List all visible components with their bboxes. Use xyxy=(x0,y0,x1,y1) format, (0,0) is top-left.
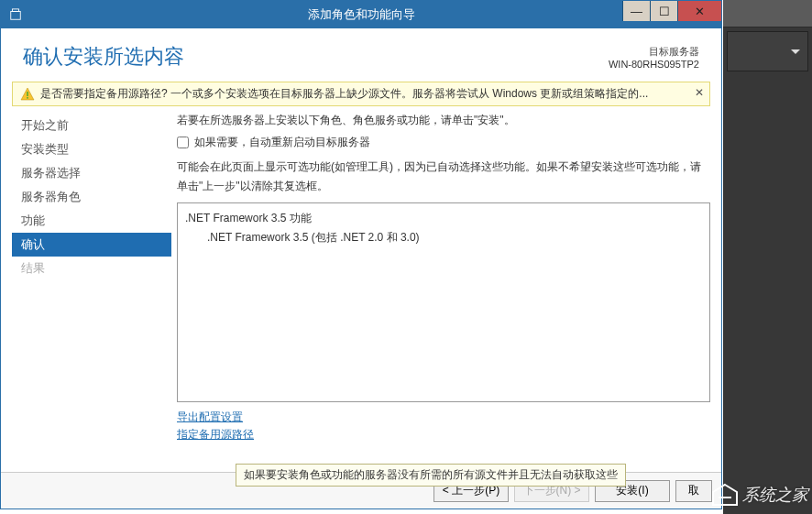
auto-restart-checkbox[interactable] xyxy=(177,137,189,148)
auto-restart-row[interactable]: 如果需要，自动重新启动目标服务器 xyxy=(177,135,710,150)
chevron-down-icon xyxy=(791,49,800,54)
svg-rect-3 xyxy=(27,92,28,96)
warning-close-icon[interactable]: ✕ xyxy=(695,86,704,99)
description-text: 可能会在此页面上显示可选功能(如管理工具)，因为已自动选择这些功能。如果不希望安… xyxy=(177,158,710,195)
warning-text: 是否需要指定备用源路径? 一个或多个安装选项在目标服务器上缺少源文件。服务器将尝… xyxy=(40,86,648,102)
watermark: 系统之家 xyxy=(711,483,808,507)
titlebar[interactable]: 添加角色和功能向导 — ☐ ✕ xyxy=(1,1,721,28)
sidebar-item-install-type[interactable]: 安装类型 xyxy=(12,137,171,161)
list-item: .NET Framework 3.5 (包括 .NET 2.0 和 3.0) xyxy=(185,230,702,246)
svg-rect-0 xyxy=(11,12,21,20)
window-title: 添加角色和功能向导 xyxy=(308,6,415,23)
instruction-text: 若要在所选服务器上安装以下角色、角色服务或功能，请单击"安装"。 xyxy=(177,112,710,129)
alt-source-path-link[interactable]: 指定备用源路径 xyxy=(177,427,710,443)
main-content: 若要在所选服务器上安装以下角色、角色服务或功能，请单击"安装"。 如果需要，自动… xyxy=(171,112,710,451)
auto-restart-label: 如果需要，自动重新启动目标服务器 xyxy=(194,135,370,150)
warning-icon xyxy=(20,87,35,102)
sidebar-item-features[interactable]: 功能 xyxy=(12,209,171,233)
minimize-button[interactable]: — xyxy=(622,1,650,21)
page-title: 确认安装所选内容 xyxy=(23,43,699,71)
right-panel xyxy=(723,0,812,514)
svg-rect-1 xyxy=(13,9,19,12)
window-controls: — ☐ ✕ xyxy=(622,1,721,21)
sidebar-item-server-selection[interactable]: 服务器选择 xyxy=(12,161,171,185)
sidebar-item-results: 结果 xyxy=(12,257,171,280)
svg-rect-4 xyxy=(27,97,28,99)
target-name: WIN-80RHS095TP2 xyxy=(609,59,699,70)
sidebar-item-confirm[interactable]: 确认 xyxy=(12,233,171,257)
right-panel-dropdown[interactable] xyxy=(727,31,808,71)
list-item: .NET Framework 3.5 功能 xyxy=(185,211,702,226)
wizard-window: 添加角色和功能向导 — ☐ ✕ 确认安装所选内容 目标服务器 WIN-80RHS… xyxy=(0,0,722,509)
tooltip: 如果要安装角色或功能的服务器没有所需的所有源文件并且无法自动获取这些 xyxy=(236,464,626,487)
cancel-button[interactable]: 取 xyxy=(675,480,712,502)
features-listbox[interactable]: .NET Framework 3.5 功能 .NET Framework 3.5… xyxy=(177,202,710,402)
header: 确认安装所选内容 目标服务器 WIN-80RHS095TP2 xyxy=(1,28,721,82)
right-panel-top xyxy=(723,0,812,27)
app-icon xyxy=(6,5,25,24)
links: 导出配置设置 指定备用源路径 xyxy=(177,410,710,443)
sidebar-item-server-roles[interactable]: 服务器角色 xyxy=(12,185,171,209)
target-server-info: 目标服务器 WIN-80RHS095TP2 xyxy=(609,45,699,70)
watermark-text: 系统之家 xyxy=(742,484,808,506)
sidebar-item-before-begin[interactable]: 开始之前 xyxy=(12,114,171,137)
svg-marker-5 xyxy=(713,485,737,505)
export-config-link[interactable]: 导出配置设置 xyxy=(177,410,710,425)
warning-banner: 是否需要指定备用源路径? 一个或多个安装选项在目标服务器上缺少源文件。服务器将尝… xyxy=(12,82,710,106)
maximize-button[interactable]: ☐ xyxy=(650,1,677,21)
close-button[interactable]: ✕ xyxy=(677,1,721,21)
target-label: 目标服务器 xyxy=(609,45,699,59)
body: 开始之前 安装类型 服务器选择 服务器角色 功能 确认 结果 若要在所选服务器上… xyxy=(1,112,721,451)
watermark-logo-icon xyxy=(711,483,739,507)
sidebar: 开始之前 安装类型 服务器选择 服务器角色 功能 确认 结果 xyxy=(12,112,171,451)
